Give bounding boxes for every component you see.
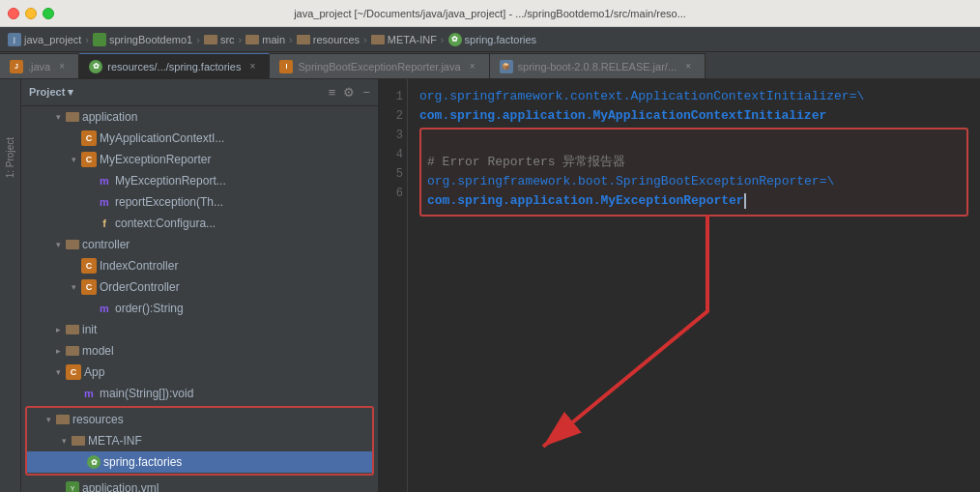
sidebar-item-applicationyml[interactable]: Y application.yml bbox=[21, 478, 378, 492]
sidebar-item-reportexception-label: reportException(Th... bbox=[115, 195, 223, 209]
maximize-button[interactable] bbox=[43, 8, 54, 19]
sidebar-item-myappcontext-label: MyApplicationContextI... bbox=[100, 131, 224, 145]
line-num-1: 1 bbox=[383, 87, 403, 106]
code-token-4: # Error Reporters 异常报告器 bbox=[427, 153, 625, 172]
sidebar-gear-icon[interactable]: ⚙ bbox=[343, 85, 355, 100]
sidebar-item-mainvoid[interactable]: m main(String[]):void bbox=[21, 383, 378, 404]
tree-arrow-application bbox=[52, 111, 64, 123]
class-icon-indexcontroller: C bbox=[81, 258, 97, 274]
sidebar-item-reportexception[interactable]: m reportException(Th... bbox=[21, 191, 378, 213]
breadcrumb-meta-inf[interactable]: META-INF bbox=[371, 34, 437, 45]
breadcrumb-bar: j java_project › springBootdemo1 › src ›… bbox=[0, 27, 980, 52]
sidebar-title: Project ▾ bbox=[29, 86, 73, 99]
line-num-2: 2 bbox=[383, 106, 403, 126]
breadcrumb-sep-0: › bbox=[85, 34, 89, 45]
breadcrumb-spring-factories[interactable]: ✿ spring.factories bbox=[448, 33, 537, 46]
tree-arrow-app bbox=[52, 366, 64, 378]
code-line-1: org.springframework.context.ApplicationC… bbox=[419, 87, 968, 106]
content-area: 1: Project Project ▾ ≡ ⚙ − application C… bbox=[0, 79, 980, 492]
minimize-button[interactable] bbox=[25, 8, 37, 19]
code-token-3-empty bbox=[427, 133, 435, 153]
sidebar-item-meta-inf[interactable]: META-INF bbox=[27, 430, 372, 451]
method-icon-myexceptionreport-file: m bbox=[97, 173, 112, 188]
sidebar-item-controller[interactable]: controller bbox=[21, 234, 378, 255]
folder-icon-main bbox=[245, 35, 259, 44]
breadcrumb-resources[interactable]: resources bbox=[297, 34, 360, 45]
breadcrumb-project[interactable]: j java_project bbox=[8, 33, 81, 46]
sidebar-item-contextconfigurable[interactable]: f context:Configura... bbox=[21, 213, 378, 234]
tree-arrow-model bbox=[52, 345, 64, 357]
left-panel[interactable]: 1: Project bbox=[0, 79, 21, 492]
folder-icon-meta-inf-tree bbox=[72, 436, 85, 446]
breadcrumb-src[interactable]: src bbox=[204, 34, 235, 45]
jar-tab-icon: 📦 bbox=[500, 60, 513, 73]
resources-highlight-box: resources META-INF ✿ spring.factories bbox=[25, 406, 374, 476]
spring-tab-icon: ✿ bbox=[89, 60, 102, 73]
sidebar-item-resources[interactable]: resources bbox=[27, 409, 372, 430]
tab-java-close[interactable]: × bbox=[55, 60, 69, 73]
sidebar-item-contextconfigurable-label: context:Configura... bbox=[115, 217, 216, 230]
folder-icon-resources bbox=[56, 415, 70, 424]
sidebar-item-ordercontroller[interactable]: C OrderController bbox=[21, 276, 378, 298]
tab-spring-close[interactable]: × bbox=[245, 60, 259, 73]
tab-java[interactable]: J .java × bbox=[0, 53, 79, 78]
line-num-4: 4 bbox=[383, 145, 403, 164]
folder-icon-init bbox=[66, 325, 79, 334]
sidebar-item-myappcontext[interactable]: C MyApplicationContextI... bbox=[21, 128, 378, 149]
close-button[interactable] bbox=[8, 8, 19, 19]
sidebar-item-controller-label: controller bbox=[82, 238, 130, 251]
sidebar-item-application-label: application bbox=[82, 110, 137, 124]
method-icon-contextconfigurable: f bbox=[97, 216, 112, 231]
code-token-6: com.spring.application.MyExceptionReport… bbox=[427, 191, 744, 211]
breadcrumb-src-label: src bbox=[220, 34, 235, 45]
sidebar-item-app[interactable]: C App bbox=[21, 362, 378, 383]
sidebar-equalize-icon[interactable]: ≡ bbox=[329, 85, 336, 100]
tab-spring-boot-jar[interactable]: 📦 spring-boot-2.0.8.RELEASE.jar/... × bbox=[490, 53, 706, 78]
class-icon-myexceptionreporter: C bbox=[81, 152, 97, 167]
sidebar-minimize-icon[interactable]: − bbox=[362, 85, 370, 100]
sidebar-item-myexceptionreporter[interactable]: C MyExceptionReporter bbox=[21, 149, 378, 170]
sidebar-item-app-label: App bbox=[84, 365, 104, 379]
sidebar-item-orderstring-label: order():String bbox=[115, 302, 184, 315]
tree-arrow-init bbox=[52, 324, 64, 335]
project-panel-label: 1: Project bbox=[5, 137, 15, 178]
line-num-6: 6 bbox=[383, 184, 403, 203]
sidebar-item-init-label: init bbox=[82, 323, 97, 336]
code-editor[interactable]: org.springframework.context.ApplicationC… bbox=[408, 79, 980, 492]
sidebar-item-model[interactable]: model bbox=[21, 340, 378, 362]
sidebar-item-applicationyml-label: application.yml bbox=[82, 481, 159, 492]
tab-spring-factories[interactable]: ✿ resources/.../spring.factories × bbox=[79, 53, 270, 78]
sidebar-item-init[interactable]: init bbox=[21, 319, 378, 340]
code-line-3 bbox=[427, 133, 961, 153]
code-line-4: # Error Reporters 异常报告器 bbox=[427, 153, 961, 172]
sidebar-item-indexcontroller[interactable]: C IndexController bbox=[21, 255, 378, 276]
sidebar-item-mainvoid-label: main(String[]):void bbox=[100, 387, 193, 400]
breadcrumb-sep-5: › bbox=[441, 34, 445, 45]
tab-exception-reporter-label: SpringBootExceptionReporter.java bbox=[298, 61, 460, 72]
breadcrumb-module-label: springBootdemo1 bbox=[109, 34, 192, 45]
breadcrumb-project-label: java_project bbox=[24, 34, 81, 45]
cursor bbox=[744, 193, 746, 209]
sidebar-item-application[interactable]: application bbox=[21, 106, 378, 128]
tab-exception-close[interactable]: × bbox=[466, 60, 479, 73]
sidebar-item-myexceptionreport-file[interactable]: m MyExceptionReport... bbox=[21, 170, 378, 191]
folder-icon-controller bbox=[66, 240, 79, 249]
breadcrumb-main[interactable]: main bbox=[245, 34, 285, 45]
window-title: java_project [~/Documents/java/java_proj… bbox=[294, 8, 686, 19]
tab-jar-close[interactable]: × bbox=[681, 60, 695, 73]
line-num-3: 3 bbox=[383, 126, 403, 145]
class-icon-ordercontroller: C bbox=[81, 279, 97, 295]
sidebar-tree: application C MyApplicationContextI... C… bbox=[21, 106, 378, 492]
breadcrumb-sep-3: › bbox=[289, 34, 293, 45]
sidebar-item-spring-factories[interactable]: ✿ spring.factories bbox=[27, 451, 372, 473]
code-token-5: org.springframework.boot.SpringBootExcep… bbox=[427, 172, 834, 191]
sidebar-item-orderstring[interactable]: m order():String bbox=[21, 298, 378, 319]
tab-exception-reporter[interactable]: I SpringBootExceptionReporter.java × bbox=[270, 53, 489, 78]
folder-icon-model bbox=[66, 346, 79, 356]
folder-icon-resources bbox=[297, 35, 310, 44]
editor-area: 1 2 3 4 5 6 org.springframework.context.… bbox=[379, 79, 980, 492]
breadcrumb-sep-4: › bbox=[363, 34, 367, 45]
sidebar-controls[interactable]: ≡ ⚙ − bbox=[329, 85, 370, 100]
folder-icon-application bbox=[66, 112, 79, 122]
breadcrumb-module[interactable]: springBootdemo1 bbox=[93, 33, 192, 46]
